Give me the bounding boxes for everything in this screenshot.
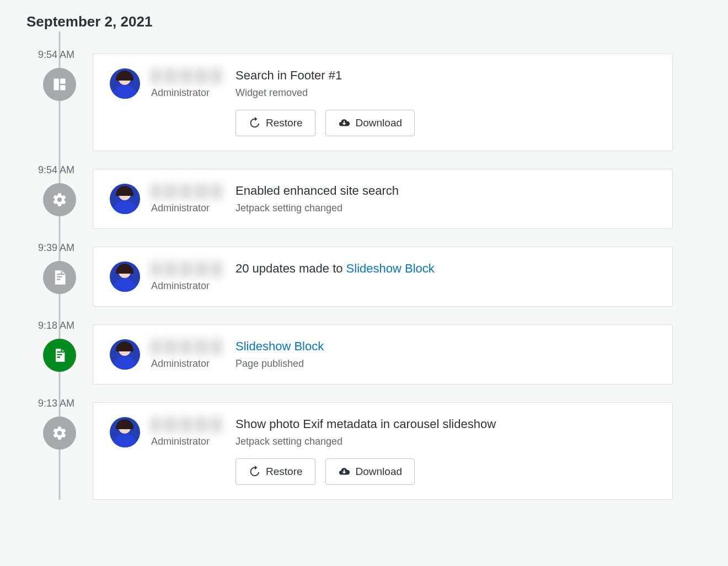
actor-name-redacted xyxy=(151,417,223,432)
activity-subtitle: Jetpack setting changed xyxy=(235,202,656,214)
activity-subtitle: Jetpack setting changed xyxy=(235,436,656,447)
restore-button[interactable]: Restore xyxy=(235,110,315,136)
entry-time: 9:39 AM xyxy=(23,242,89,254)
activity-title: 20 updates made to Slideshow Block xyxy=(235,261,656,276)
actor-name-redacted xyxy=(151,184,223,199)
avatar xyxy=(110,417,140,447)
actor-role: Administrator xyxy=(151,436,223,447)
avatar xyxy=(110,261,140,292)
gear-icon xyxy=(43,417,76,450)
post-icon xyxy=(43,339,76,372)
download-button[interactable]: Download xyxy=(325,110,415,136)
history-icon xyxy=(248,466,260,478)
activity-title: Enabled enhanced site search xyxy=(235,184,656,198)
restore-label: Restore xyxy=(266,117,303,129)
layout-icon xyxy=(43,68,76,101)
actor: Administrator xyxy=(110,184,220,214)
activity-title: Slideshow Block xyxy=(235,339,656,354)
download-label: Download xyxy=(356,466,403,478)
svg-rect-1 xyxy=(60,79,65,84)
download-button[interactable]: Download xyxy=(325,458,415,485)
activity-card[interactable]: Administrator Show photo Exif metadata i… xyxy=(93,402,673,500)
entry-time: 9:54 AM xyxy=(23,164,89,176)
activity-card[interactable]: Administrator Enabled enhanced site sear… xyxy=(93,169,673,229)
activity-entry: 9:54 AM Administrator Enabled enhanced s… xyxy=(93,169,673,229)
activity-title: Show photo Exif metadata in carousel sli… xyxy=(235,417,656,431)
actor-name-redacted xyxy=(151,68,223,84)
actor: Administrator xyxy=(110,417,220,447)
title-prefix: 20 updates made to xyxy=(235,261,346,275)
actor-role: Administrator xyxy=(151,87,223,99)
activity-entry: 9:54 AM Administrator Search in Footer #… xyxy=(93,54,673,151)
history-icon xyxy=(248,117,260,129)
activity-title: Search in Footer #1 xyxy=(235,68,656,83)
actor-name-redacted xyxy=(151,339,223,355)
entry-time: 9:18 AM xyxy=(23,320,89,332)
actor: Administrator xyxy=(110,339,220,370)
actor-name-redacted xyxy=(151,261,223,277)
actor-role: Administrator xyxy=(151,280,223,292)
timeline-entries: 9:54 AM Administrator Search in Footer #… xyxy=(93,31,673,500)
restore-button[interactable]: Restore xyxy=(235,458,315,485)
gear-icon xyxy=(43,183,76,216)
avatar xyxy=(110,68,140,99)
restore-label: Restore xyxy=(266,466,303,478)
entry-time: 9:13 AM xyxy=(23,398,89,409)
activity-entry: 9:39 AM Administrator 20 updates m xyxy=(93,247,673,307)
cloud-download-icon xyxy=(338,466,350,478)
activity-card[interactable]: Administrator Slideshow Block Page publi… xyxy=(93,324,673,385)
activity-card[interactable]: Administrator 20 updates made to Slidesh… xyxy=(93,247,673,307)
activity-entry: 9:13 AM Administrator Show photo Exif me… xyxy=(93,402,673,500)
cloud-download-icon xyxy=(338,117,350,129)
activity-subtitle: Page published xyxy=(235,358,656,370)
actor-role: Administrator xyxy=(151,202,223,214)
activity-title-link[interactable]: Slideshow Block xyxy=(346,261,435,275)
avatar xyxy=(110,339,140,370)
date-heading: September 2, 2021 xyxy=(26,13,673,30)
avatar xyxy=(110,184,140,214)
actor: Administrator xyxy=(110,261,220,292)
activity-timeline: 9:54 AM Administrator Search in Footer #… xyxy=(26,31,673,500)
activity-title-link[interactable]: Slideshow Block xyxy=(235,339,324,353)
activity-entry: 9:18 AM Administrator Slideshow Bl xyxy=(93,324,673,385)
entry-time: 9:54 AM xyxy=(23,49,89,61)
activity-subtitle: Widget removed xyxy=(235,87,656,99)
download-label: Download xyxy=(356,117,403,129)
svg-rect-0 xyxy=(54,79,59,90)
post-icon xyxy=(43,261,76,294)
svg-rect-2 xyxy=(60,85,65,90)
activity-card[interactable]: Administrator Search in Footer #1 Widget… xyxy=(93,54,673,151)
actor-role: Administrator xyxy=(151,358,223,370)
actor: Administrator xyxy=(110,68,220,99)
